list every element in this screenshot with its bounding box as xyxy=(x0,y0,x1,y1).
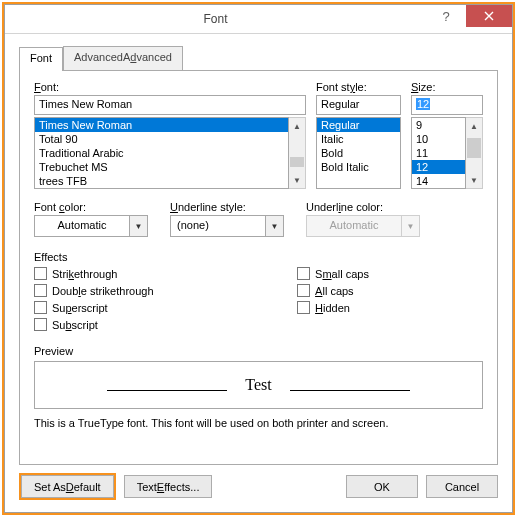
list-item[interactable]: 11 xyxy=(412,146,465,160)
list-item[interactable]: 9 xyxy=(412,118,465,132)
dialog-title: Font xyxy=(5,12,426,26)
close-icon xyxy=(484,11,494,21)
effect-checkbox[interactable]: Hidden xyxy=(297,301,483,314)
checkbox-label: Double strikethrough xyxy=(52,285,154,297)
scroll-thumb[interactable] xyxy=(467,138,481,158)
font-label: Font: xyxy=(34,81,306,93)
effect-checkbox[interactable]: Double strikethrough xyxy=(34,284,257,297)
font-style-label: Font style: xyxy=(316,81,401,93)
font-note: This is a TrueType font. This font will … xyxy=(34,417,483,429)
list-item[interactable]: trees TFB xyxy=(35,174,288,188)
effect-checkbox[interactable]: All caps xyxy=(297,284,483,297)
underline-style-combo[interactable]: (none) ▼ xyxy=(170,215,284,237)
tab-strip: Font AdvancedAdvanced xyxy=(5,34,512,70)
chevron-down-icon[interactable]: ▼ xyxy=(130,215,148,237)
list-item[interactable]: 10 xyxy=(412,132,465,146)
text-effects-button[interactable]: Text Effects... xyxy=(124,475,213,498)
effect-checkbox[interactable]: Superscript xyxy=(34,301,257,314)
tab-font[interactable]: Font xyxy=(19,47,63,71)
font-input[interactable]: Times New Roman xyxy=(34,95,306,115)
chevron-down-icon: ▼ xyxy=(402,215,420,237)
list-item[interactable]: Bold xyxy=(317,146,400,160)
list-item[interactable]: Trebuchet MS xyxy=(35,160,288,174)
size-label: Size: xyxy=(411,81,483,93)
checkbox-box[interactable] xyxy=(34,318,47,331)
close-button[interactable] xyxy=(466,5,512,27)
effect-checkbox[interactable]: Subscript xyxy=(34,318,257,331)
preview-sample: Test xyxy=(245,376,271,394)
preview-label: Preview xyxy=(34,345,483,357)
list-item[interactable]: Italic xyxy=(317,132,400,146)
scroll-up-icon[interactable]: ▲ xyxy=(289,118,305,134)
list-item[interactable]: Bold Italic xyxy=(317,160,400,174)
ok-button[interactable]: OK xyxy=(346,475,418,498)
scroll-thumb[interactable] xyxy=(290,157,304,167)
scroll-up-icon[interactable]: ▲ xyxy=(466,118,482,134)
checkbox-label: Small caps xyxy=(315,268,369,280)
checkbox-label: Hidden xyxy=(315,302,350,314)
font-color-combo[interactable]: Automatic ▼ xyxy=(34,215,148,237)
font-dialog: Font ? Font AdvancedAdvanced Font: Times… xyxy=(4,4,513,513)
titlebar: Font ? xyxy=(5,5,512,34)
list-item[interactable]: Regular xyxy=(317,118,400,132)
checkbox-box[interactable] xyxy=(34,301,47,314)
scroll-down-icon[interactable]: ▼ xyxy=(466,172,482,188)
tab-panel-font: Font: Times New Roman Times New RomanTot… xyxy=(19,70,498,465)
set-as-default-button[interactable]: Set As Default xyxy=(21,475,114,498)
underline-style-label: Underline style: xyxy=(170,201,284,213)
size-listbox[interactable]: 910111214 xyxy=(411,117,466,189)
chevron-down-icon[interactable]: ▼ xyxy=(266,215,284,237)
tab-advanced-label: Advanced xyxy=(123,51,172,63)
font-style-input[interactable]: Regular xyxy=(316,95,401,115)
checkbox-label: Subscript xyxy=(52,319,98,331)
list-item[interactable]: 14 xyxy=(412,174,465,188)
checkbox-box[interactable] xyxy=(297,267,310,280)
font-scrollbar[interactable]: ▲ ▼ xyxy=(289,117,306,189)
font-style-listbox[interactable]: RegularItalicBoldBold Italic xyxy=(316,117,401,189)
list-item[interactable]: Times New Roman xyxy=(35,118,288,132)
preview-rule-right xyxy=(290,390,410,391)
help-button[interactable]: ? xyxy=(426,5,466,27)
checkbox-box[interactable] xyxy=(297,284,310,297)
checkbox-box[interactable] xyxy=(297,301,310,314)
checkbox-box[interactable] xyxy=(34,267,47,280)
effect-checkbox[interactable]: Strikethrough xyxy=(34,267,257,280)
list-item[interactable]: 12 xyxy=(412,160,465,174)
size-scrollbar[interactable]: ▲ ▼ xyxy=(466,117,483,189)
effect-checkbox[interactable]: Small caps xyxy=(297,267,483,280)
checkbox-label: Superscript xyxy=(52,302,108,314)
scroll-down-icon[interactable]: ▼ xyxy=(289,172,305,188)
tab-advanced[interactable]: AdvancedAdvanced xyxy=(63,46,183,70)
checkbox-label: Strikethrough xyxy=(52,268,117,280)
effects-label: Effects xyxy=(34,251,483,263)
checkbox-label: All caps xyxy=(315,285,354,297)
set-default-highlight: Set As Default xyxy=(19,473,116,500)
cancel-button[interactable]: Cancel xyxy=(426,475,498,498)
list-item[interactable]: Total 90 xyxy=(35,132,288,146)
list-item[interactable]: Traditional Arabic xyxy=(35,146,288,160)
size-input[interactable]: 12 xyxy=(411,95,483,115)
preview-rule-left xyxy=(107,390,227,391)
underline-color-label: Underline color: xyxy=(306,201,420,213)
preview-box: Test xyxy=(34,361,483,409)
underline-color-combo: Automatic ▼ xyxy=(306,215,420,237)
font-listbox[interactable]: Times New RomanTotal 90Traditional Arabi… xyxy=(34,117,289,189)
font-color-label: Font color: xyxy=(34,201,148,213)
checkbox-box[interactable] xyxy=(34,284,47,297)
